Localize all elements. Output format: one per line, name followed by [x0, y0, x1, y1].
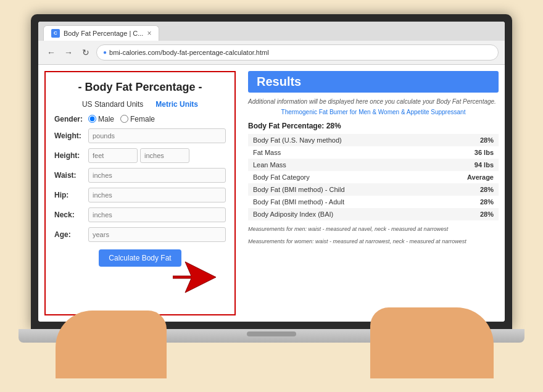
url-text: bmi-calories.com/body-fat-percentage-cal… — [109, 49, 269, 56]
results-panel: Results Additional information will be d… — [242, 65, 505, 322]
hands-area — [19, 304, 524, 378]
gender-options: Male Female — [88, 115, 155, 123]
tab-close-button[interactable]: × — [147, 29, 151, 38]
arrow-overlay — [173, 259, 222, 298]
us-units-tab[interactable]: US Standard Units — [82, 100, 143, 109]
laptop-wrapper: C Body Fat Percentage | C... × ← → ↻ ● b… — [19, 14, 524, 378]
table-row: Body Fat (BMI method) - Adult28% — [248, 196, 499, 208]
unit-tabs: US Standard Units Metric Units — [54, 100, 226, 109]
neck-label: Neck: — [54, 211, 88, 219]
row-label: Body Fat (U.S. Navy method) — [248, 134, 433, 146]
height-label: Height: — [54, 151, 88, 160]
row-label: Fat Mass — [248, 146, 433, 159]
hip-label: Hip: — [54, 191, 88, 199]
svg-marker-0 — [173, 262, 216, 293]
results-header: Results — [248, 71, 499, 93]
height-inches-input[interactable] — [140, 148, 189, 163]
results-table: Body Fat (U.S. Navy method)28%Fat Mass36… — [248, 134, 499, 220]
nav-bar: ← → ↻ ● bmi-calories.com/body-fat-percen… — [38, 41, 505, 64]
female-label: Female — [130, 115, 155, 123]
metric-units-tab[interactable]: Metric Units — [155, 100, 198, 109]
row-value: 28% — [433, 134, 499, 146]
waist-label: Waist: — [54, 171, 88, 180]
row-value: Average — [433, 171, 499, 183]
reload-button[interactable]: ↻ — [79, 46, 93, 59]
browser-tab[interactable]: C Body Fat Percentage | C... × — [43, 25, 159, 41]
waist-row: Waist: — [54, 168, 226, 183]
tab-bar: C Body Fat Percentage | C... × — [38, 22, 505, 41]
table-row: Body Fat CategoryAverage — [248, 171, 499, 183]
results-footer-women: Measurements for women: waist - measured… — [248, 238, 499, 246]
calculator-title: - Body Fat Percentage - — [54, 81, 226, 94]
browser-content: - Body Fat Percentage - US Standard Unit… — [38, 65, 505, 322]
row-label: Lean Mass — [248, 159, 433, 171]
results-footer-men: Measurements for men: waist - measured a… — [248, 225, 499, 233]
height-row: Height: — [54, 148, 226, 163]
back-button[interactable]: ← — [44, 46, 58, 59]
male-option[interactable]: Male — [88, 115, 114, 123]
row-label: Body Adiposity Index (BAI) — [248, 208, 433, 220]
tab-favicon: C — [51, 29, 60, 38]
results-summary: Body Fat Percentage: 28% — [248, 122, 499, 130]
weight-row: Weight: — [54, 128, 226, 143]
female-radio[interactable] — [120, 115, 128, 123]
hand-left — [56, 311, 167, 378]
height-feet-input[interactable] — [88, 148, 138, 163]
lock-icon: ● — [103, 49, 107, 56]
table-row: Fat Mass36 lbs — [248, 146, 499, 159]
row-label: Body Fat (BMI method) - Adult — [248, 196, 433, 208]
row-value: 28% — [433, 183, 499, 196]
female-option[interactable]: Female — [120, 115, 155, 123]
hip-row: Hip: — [54, 188, 226, 202]
calculate-button[interactable]: Calculate Body Fat — [99, 249, 181, 267]
table-row: Body Adiposity Index (BAI)28% — [248, 208, 499, 220]
results-link[interactable]: Thermogenic Fat Burner for Men & Women &… — [248, 109, 499, 115]
neck-row: Neck: — [54, 207, 226, 222]
address-bar[interactable]: ● bmi-calories.com/body-fat-percentage-c… — [96, 44, 499, 60]
waist-input[interactable] — [88, 168, 226, 183]
gender-row: Gender: Male Female — [54, 115, 226, 123]
results-note: Additional information will be displayed… — [248, 98, 499, 106]
table-row: Body Fat (U.S. Navy method)28% — [248, 134, 499, 146]
age-input[interactable] — [88, 227, 226, 242]
table-row: Lean Mass94 lbs — [248, 159, 499, 171]
weight-label: Weight: — [54, 131, 88, 140]
age-row: Age: — [54, 227, 226, 242]
weight-input[interactable] — [88, 128, 226, 143]
tab-title: Body Fat Percentage | C... — [64, 30, 143, 37]
row-value: 36 lbs — [433, 146, 499, 159]
browser-chrome: C Body Fat Percentage | C... × ← → ↻ ● b… — [38, 22, 505, 65]
age-label: Age: — [54, 230, 88, 239]
gender-label: Gender: — [54, 115, 88, 123]
screen-inner: C Body Fat Percentage | C... × ← → ↻ ● b… — [38, 22, 505, 322]
row-value: 94 lbs — [433, 159, 499, 171]
male-radio[interactable] — [88, 115, 96, 123]
male-label: Male — [98, 115, 114, 123]
row-label: Body Fat (BMI method) - Child — [248, 183, 433, 196]
table-row: Body Fat (BMI method) - Child28% — [248, 183, 499, 196]
forward-button[interactable]: → — [62, 46, 75, 59]
hand-right — [370, 307, 494, 378]
red-arrow-icon — [173, 259, 222, 296]
row-label: Body Fat Category — [248, 171, 433, 183]
neck-input[interactable] — [88, 207, 226, 222]
screen-bezel: C Body Fat Percentage | C... × ← → ↻ ● b… — [31, 14, 512, 329]
hip-input[interactable] — [88, 188, 226, 202]
row-value: 28% — [433, 208, 499, 220]
row-value: 28% — [433, 196, 499, 208]
